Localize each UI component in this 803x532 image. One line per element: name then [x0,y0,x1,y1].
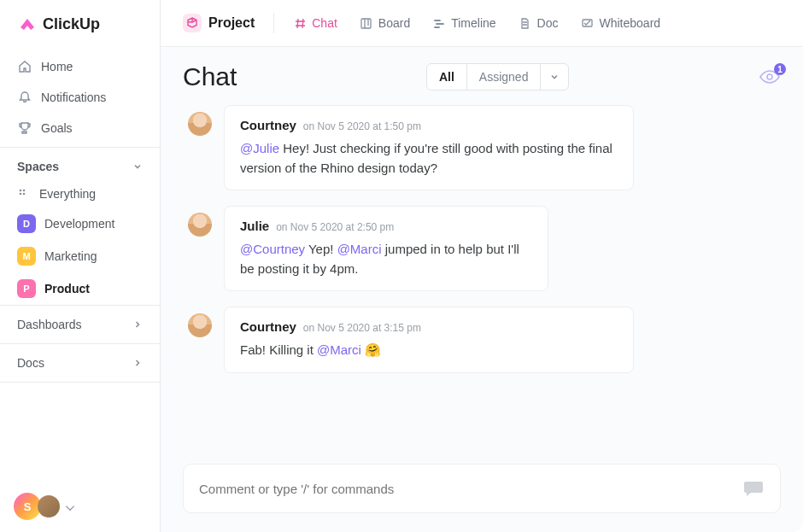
message-list: Courtney on Nov 5 2020 at 1:50 pm @Julie… [161,98,803,453]
filter-all[interactable]: All [427,64,467,90]
home-icon [17,59,32,74]
message-author: Courtney [240,118,296,132]
nav-label: Goals [41,121,73,135]
divider [273,13,274,33]
space-development[interactable]: D Development [0,208,160,240]
tab-label: Whiteboard [599,16,660,30]
nav-label: Notifications [41,91,106,104]
message-body: @Julie Hey! Just checking if you're stil… [240,139,618,178]
space-badge: M [17,247,36,266]
mention[interactable]: @Courtney [240,242,305,256]
nav-dashboards[interactable]: Dashboards [0,306,160,343]
space-badge: P [17,279,36,298]
nav-home[interactable]: Home [0,51,160,82]
tab-label: Chat [312,16,337,30]
avatar [188,112,212,136]
filter-dropdown[interactable] [541,64,568,90]
project-label: Project [208,15,255,31]
tab-board[interactable]: Board [351,11,419,35]
svg-rect-4 [361,19,371,28]
message-author: Courtney [240,319,296,334]
board-icon [360,16,373,30]
svg-point-6 [767,74,772,79]
trophy-icon [17,120,32,136]
message-bubble[interactable]: Courtney on Nov 5 2020 at 3:15 pm Fab! K… [224,307,634,373]
nav-label: Docs [17,356,44,370]
nav-notifications[interactable]: Notifications [0,82,160,113]
space-label: Everything [39,187,96,201]
chevron-down-icon [132,161,143,172]
message-time: on Nov 5 2020 at 3:15 pm [303,322,421,334]
message-row: Courtney on Nov 5 2020 at 1:50 pm @Julie… [222,105,772,190]
brand-name: ClickUp [43,15,100,33]
chat-header: Chat All Assigned 1 [161,47,803,98]
tab-whiteboard[interactable]: Whiteboard [571,11,669,35]
hash-icon [293,16,307,30]
space-label: Product [44,282,90,295]
space-label: Marketing [44,249,97,263]
brand-logo[interactable]: ClickUp [0,0,160,48]
nav-goals[interactable]: Goals [0,113,160,143]
mention[interactable]: @Marci [337,242,382,256]
message-time: on Nov 5 2020 at 2:50 pm [276,221,394,233]
chevron-down-icon [66,502,74,511]
message-bubble[interactable]: Courtney on Nov 5 2020 at 1:50 pm @Julie… [224,105,634,190]
tab-timeline[interactable]: Timeline [424,11,504,35]
avatar [188,313,212,337]
space-product[interactable]: P Product [0,272,160,305]
composer[interactable] [183,464,781,513]
svg-point-3 [23,193,26,196]
watchers-button[interactable]: 1 [759,68,781,85]
chevron-right-icon [132,319,143,330]
filter-assigned[interactable]: Assigned [467,64,542,90]
space-everything[interactable]: Everything [0,180,160,208]
bell-icon [17,90,32,105]
avatar [188,213,212,237]
doc-icon [519,16,532,30]
watchers-count: 1 [774,63,786,75]
svg-point-0 [20,190,22,192]
spaces-label: Spaces [17,160,59,173]
message-row: Julie on Nov 5 2020 at 2:50 pm @Courtney… [222,206,772,291]
filter-segment: All Assigned [426,63,569,91]
chat-bubble-icon[interactable] [742,478,765,499]
message-row: Courtney on Nov 5 2020 at 3:15 pm Fab! K… [222,307,772,373]
main-content: Project Chat Board Timeline Doc Whiteboa… [161,0,803,532]
space-marketing[interactable]: M Marketing [0,240,160,272]
sidebar: ClickUp Home Notifications Goals Spaces … [0,0,161,532]
nav-docs[interactable]: Docs [0,344,160,382]
project-chip[interactable]: Project [174,9,263,38]
nav-label: Home [41,60,73,73]
tab-label: Board [378,16,410,30]
chevron-right-icon [132,358,143,368]
message-author: Julie [240,219,269,233]
svg-point-2 [20,193,22,196]
box-icon [183,14,202,32]
whiteboard-icon [580,16,594,30]
user-avatar-secondary[interactable] [38,495,60,517]
timeline-icon [432,16,446,30]
comment-input[interactable] [199,482,742,496]
clickup-icon [17,14,38,34]
tab-chat[interactable]: Chat [284,11,346,35]
message-bubble[interactable]: Julie on Nov 5 2020 at 2:50 pm @Courtney… [224,206,548,291]
tab-label: Timeline [451,16,495,30]
tab-label: Doc [537,16,559,30]
spaces-header[interactable]: Spaces [0,148,160,180]
page-title: Chat [183,62,237,91]
mention[interactable]: @Marci [317,342,361,357]
grid-icon [17,187,31,201]
mention[interactable]: @Julie [240,141,279,155]
tab-doc[interactable]: Doc [510,11,567,35]
svg-point-1 [23,190,26,192]
message-body: @Courtney Yep! @Marci jumped in to help … [240,240,532,278]
message-body: Fab! Killing it @Marci 🤗 [240,341,618,360]
space-badge: D [17,214,36,233]
nav-label: Dashboards [17,318,82,331]
space-label: Development [44,217,115,231]
sidebar-footer[interactable]: S [14,493,75,520]
message-time: on Nov 5 2020 at 1:50 pm [303,120,421,132]
view-tabs: Project Chat Board Timeline Doc Whiteboa… [161,0,803,47]
